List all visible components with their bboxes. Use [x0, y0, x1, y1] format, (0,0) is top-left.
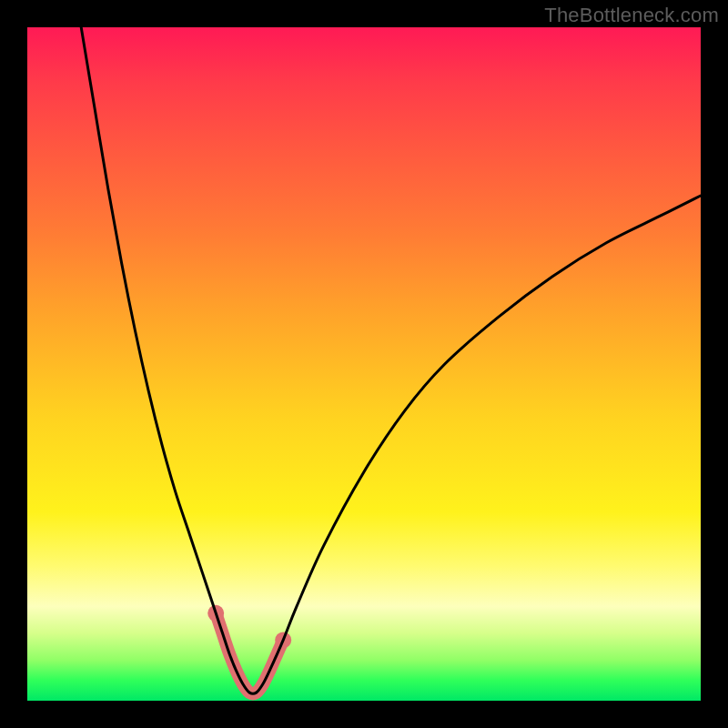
curve-svg: [27, 27, 701, 701]
bottleneck-curve: [81, 27, 701, 693]
watermark-text: TheBottleneck.com: [544, 4, 719, 27]
chart-frame: TheBottleneck.com: [0, 0, 728, 728]
optimal-range-highlight: [216, 613, 283, 694]
plot-area: [27, 27, 701, 701]
